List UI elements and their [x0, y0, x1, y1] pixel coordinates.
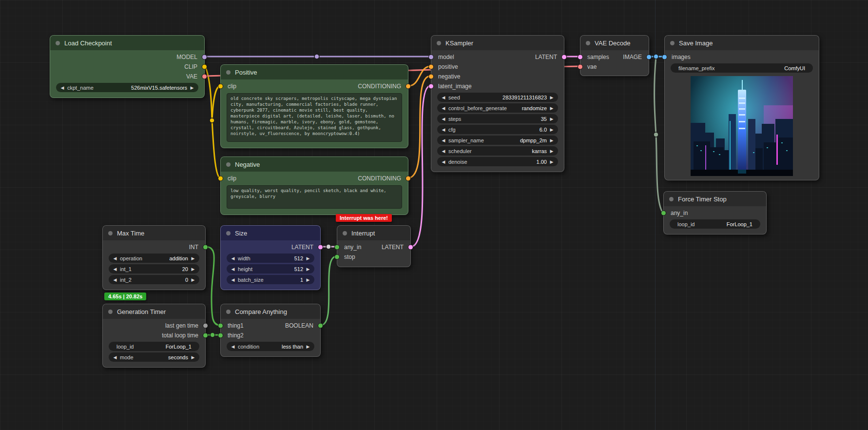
loop-id-widget[interactable]: loop_id ForLoop_1 [109, 342, 199, 351]
collapse-dot-icon[interactable] [226, 70, 231, 75]
node-header[interactable]: Save Image [665, 36, 819, 50]
mode-widget[interactable]: ◀ mode seconds ▶ [109, 352, 199, 362]
scheduler-widget[interactable]: ◀ scheduler karras ▶ [437, 146, 558, 156]
next-arrow-icon[interactable]: ▶ [549, 138, 555, 143]
samples-input-slot[interactable] [578, 55, 583, 60]
next-arrow-icon[interactable]: ▶ [190, 256, 196, 261]
prev-arrow-icon[interactable]: ◀ [441, 159, 446, 164]
latent-image-input-slot[interactable] [428, 84, 434, 89]
reroute-dot-model[interactable] [314, 54, 319, 59]
stop-input-slot[interactable] [334, 254, 340, 260]
thing1-input-slot[interactable] [218, 323, 223, 329]
cfg-widget[interactable]: ◀ cfg 6.0 ▶ [437, 125, 558, 134]
images-input-slot[interactable] [662, 55, 667, 60]
collapse-dot-icon[interactable] [226, 162, 231, 167]
node-header[interactable]: Load Checkpoint [50, 36, 204, 50]
node-generation-timer[interactable]: Generation Timer last gen time total loo… [102, 304, 206, 368]
node-vae-decode[interactable]: VAE Decode samples IMAGE vae [580, 35, 649, 76]
node-force-timer-stop[interactable]: Force Timer Stop any_in loop_id ForLoop_… [663, 191, 767, 235]
next-arrow-icon[interactable]: ▶ [305, 277, 311, 282]
next-arrow-icon[interactable]: ▶ [305, 344, 311, 349]
ckpt-name-widget[interactable]: ◀ ckpt_name 526mixV15.safetensors ▶ [56, 83, 198, 92]
node-load-checkpoint[interactable]: Load Checkpoint MODEL CLIP VAE ◀ ckpt_na… [50, 35, 205, 98]
node-header[interactable]: VAE Decode [580, 36, 649, 50]
node-header[interactable]: Compare Anything [221, 304, 320, 319]
next-arrow-icon[interactable]: ▶ [549, 159, 555, 164]
next-arrow-icon[interactable]: ▶ [190, 267, 196, 272]
node-positive-prompt[interactable]: Positive clip CONDITIONING old concrete … [220, 64, 408, 148]
int1-widget[interactable]: ◀ int_1 20 ▶ [109, 264, 199, 274]
loop-id-widget[interactable]: loop_id ForLoop_1 [670, 219, 760, 229]
reroute-dot-looptime[interactable] [210, 332, 215, 337]
next-arrow-icon[interactable]: ▶ [549, 149, 555, 154]
prev-arrow-icon[interactable]: ◀ [441, 106, 446, 111]
node-interrupt[interactable]: Interrupt any_in LATENT stop [337, 225, 411, 267]
width-widget[interactable]: ◀ width 512 ▶ [227, 254, 314, 263]
image-output-slot[interactable] [646, 55, 652, 60]
node-negative-prompt[interactable]: Negative clip CONDITIONING low quality, … [220, 156, 408, 215]
next-arrow-icon[interactable]: ▶ [549, 117, 555, 121]
boolean-output-slot[interactable] [318, 323, 323, 329]
condition-widget[interactable]: ◀ condition less than ▶ [227, 342, 314, 351]
seed-widget[interactable]: ◀ seed 283391211316823 ▶ [437, 93, 558, 102]
collapse-dot-icon[interactable] [437, 41, 441, 45]
prev-arrow-icon[interactable]: ◀ [441, 138, 446, 143]
prev-arrow-icon[interactable]: ◀ [441, 95, 446, 100]
collapse-dot-icon[interactable] [56, 41, 60, 45]
operation-widget[interactable]: ◀ operation addition ▶ [109, 254, 199, 263]
next-arrow-icon[interactable]: ▶ [190, 355, 196, 360]
latent-output-slot[interactable] [318, 245, 323, 250]
total-loop-time-output-slot[interactable] [203, 333, 208, 338]
reroute-dot-image[interactable] [654, 54, 658, 59]
denoise-widget[interactable]: ◀ denoise 1.00 ▶ [437, 157, 558, 166]
collapse-dot-icon[interactable] [226, 310, 231, 314]
node-compare-anything[interactable]: Compare Anything thing1 BOOLEAN thing2 ◀… [220, 304, 321, 357]
vae-output-slot[interactable] [202, 74, 207, 79]
next-arrow-icon[interactable]: ▶ [549, 106, 555, 111]
next-arrow-icon[interactable]: ▶ [305, 267, 311, 272]
next-arrow-icon[interactable]: ▶ [549, 127, 555, 132]
reroute-dot-clip[interactable] [210, 118, 214, 123]
node-header[interactable]: Positive [221, 65, 408, 79]
next-arrow-icon[interactable]: ▶ [189, 85, 195, 90]
node-max-time[interactable]: Max Time INT ◀ operation addition ▶ ◀ in… [102, 225, 206, 290]
model-output-slot[interactable] [202, 55, 207, 60]
node-header[interactable]: KSampler [431, 36, 564, 50]
node-header[interactable]: Interrupt [337, 226, 410, 240]
node-save-image[interactable]: Save Image images filename_prefix ComfyU… [664, 35, 819, 180]
prev-arrow-icon[interactable]: ◀ [441, 149, 446, 154]
prev-arrow-icon[interactable]: ◀ [441, 127, 446, 132]
sampler-name-widget[interactable]: ◀ sampler_name dpmpp_2m ▶ [437, 136, 558, 145]
next-arrow-icon[interactable]: ▶ [190, 277, 196, 282]
negative-prompt-text[interactable]: low quality, worst quality, pencil sketc… [227, 185, 402, 209]
node-header[interactable]: Force Timer Stop [664, 192, 766, 206]
prev-arrow-icon[interactable]: ◀ [230, 277, 236, 282]
node-header[interactable]: Size [221, 226, 320, 240]
node-size[interactable]: Size LATENT ◀ width 512 ▶ ◀ height 512 ▶… [220, 225, 321, 290]
node-header[interactable]: Generation Timer [103, 304, 205, 319]
collapse-dot-icon[interactable] [343, 231, 347, 235]
negative-input-slot[interactable] [428, 74, 434, 79]
prev-arrow-icon[interactable]: ◀ [112, 355, 118, 360]
prev-arrow-icon[interactable]: ◀ [230, 256, 236, 261]
positive-input-slot[interactable] [428, 64, 434, 70]
prev-arrow-icon[interactable]: ◀ [441, 117, 446, 121]
conditioning-output-slot[interactable] [405, 176, 411, 181]
collapse-dot-icon[interactable] [108, 231, 113, 235]
node-ksampler[interactable]: KSampler model LATENT positive negative … [431, 35, 564, 172]
clip-input-slot[interactable] [218, 176, 223, 181]
reroute-dot-size-latent[interactable] [326, 244, 331, 249]
clip-input-slot[interactable] [218, 84, 223, 89]
model-input-slot[interactable] [428, 55, 434, 60]
prev-arrow-icon[interactable]: ◀ [230, 344, 236, 349]
height-widget[interactable]: ◀ height 512 ▶ [227, 264, 314, 274]
any-in-input-slot[interactable] [661, 211, 666, 216]
collapse-dot-icon[interactable] [108, 310, 113, 314]
conditioning-output-slot[interactable] [405, 84, 411, 89]
control-before-generate-widget[interactable]: ◀ control_before_generate randomize ▶ [437, 103, 558, 113]
filename-prefix-widget[interactable]: filename_prefix ComfyUI [671, 63, 813, 73]
int-output-slot[interactable] [203, 245, 208, 250]
any-in-input-slot[interactable] [334, 245, 340, 250]
prev-arrow-icon[interactable]: ◀ [112, 256, 118, 261]
latent-output-slot[interactable] [408, 245, 413, 250]
